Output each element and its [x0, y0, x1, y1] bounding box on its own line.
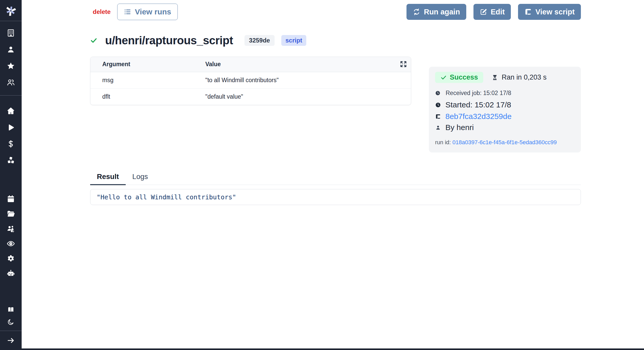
scroll-icon	[435, 114, 441, 119]
sidebar-item-groups[interactable]	[0, 221, 22, 236]
started-row: Started: 15:02 17/8	[435, 100, 575, 109]
users-gear-icon	[6, 224, 15, 233]
run-again-label: Run again	[424, 8, 460, 16]
sidebar-group-workspace	[0, 25, 22, 91]
eye-icon	[6, 239, 15, 248]
arrow-right-icon	[6, 336, 15, 345]
sidebar-item-favorites[interactable]	[0, 58, 22, 74]
run-id-link[interactable]: 018a0397-6c1e-f45a-6f1e-5edad360cc99	[452, 139, 557, 146]
sidebar-item-audit-logs[interactable]	[0, 236, 22, 251]
run-id-label: run id:	[435, 139, 451, 146]
result-tabs: Result Logs	[90, 173, 581, 185]
created-by-label: By henri	[445, 123, 474, 132]
sidebar-group-admin	[0, 191, 22, 281]
windmill-pinwheel-logo	[5, 5, 17, 16]
table-header-row: Argument Value	[90, 57, 411, 72]
expand-icon[interactable]	[400, 60, 407, 69]
view-runs-button[interactable]: View runs	[117, 4, 177, 20]
window-bottom-edge	[0, 348, 644, 350]
content-row: Argument Value msg "to all Windmill cont…	[90, 57, 581, 152]
arguments-table-card: Argument Value msg "to all Windmill cont…	[90, 57, 411, 105]
user-group-icon	[6, 78, 15, 87]
script-hash-link[interactable]: 8eb7fca32d3259de	[445, 112, 512, 121]
tab-logs[interactable]: Logs	[126, 173, 155, 185]
argument-value: "default value"	[193, 88, 411, 105]
received-label: Received job: 15:02 17/8	[446, 90, 511, 97]
column-header-value: Value	[193, 57, 411, 72]
started-label: Started: 15:02 17/8	[445, 100, 511, 109]
result-output: "Hello to all Windmill contributors"	[90, 189, 581, 205]
moon-icon	[7, 318, 15, 326]
book-icon	[7, 306, 15, 313]
sidebar-item-settings[interactable]	[0, 251, 22, 266]
topbar: delete View runs Run again	[90, 4, 581, 20]
sidebar	[0, 0, 22, 350]
created-by-row: By henri	[435, 123, 575, 132]
main-content: delete View runs Run again	[22, 0, 644, 350]
run-id-row: run id: 018a0397-6c1e-f45a-6f1e-5edad360…	[435, 139, 575, 146]
list-icon	[124, 8, 131, 16]
play-icon	[6, 123, 15, 132]
script-hash-badge: 3259de	[244, 35, 275, 46]
column-header-argument: Argument	[90, 57, 193, 72]
script-hash-row: 8eb7fca32d3259de	[435, 112, 575, 121]
run-again-button[interactable]: Run again	[406, 4, 466, 20]
sidebar-expand-button[interactable]	[0, 331, 22, 350]
job-status-card: Success Ran in 0,203 s Rec	[429, 67, 581, 152]
user-icon	[6, 45, 15, 54]
argument-name: dflt	[90, 88, 193, 105]
sidebar-item-runs[interactable]	[0, 119, 22, 136]
sidebar-item-docs[interactable]	[0, 303, 22, 316]
tab-result[interactable]: Result	[90, 173, 126, 185]
windmill-logo[interactable]	[0, 0, 22, 21]
duration: Ran in 0,203 s	[492, 73, 547, 81]
sidebar-item-schedules[interactable]	[0, 191, 22, 206]
success-check-icon	[90, 37, 97, 44]
home-icon	[6, 107, 15, 115]
sidebar-item-variables[interactable]	[0, 136, 22, 152]
duration-label: Ran in 0,203 s	[502, 73, 547, 81]
title-row: u/henri/rapturous_script 3259de script	[90, 34, 581, 47]
edit-label: Edit	[491, 8, 505, 16]
dollar-icon	[6, 140, 15, 148]
check-icon	[440, 74, 447, 81]
folder-open-icon	[6, 209, 15, 218]
user-icon	[435, 125, 441, 131]
sidebar-item-folders[interactable]	[0, 206, 22, 221]
sidebar-item-user[interactable]	[0, 41, 22, 58]
clock-icon	[435, 102, 441, 108]
sidebar-item-resources[interactable]	[0, 152, 22, 169]
view-runs-label: View runs	[135, 7, 171, 16]
status-label: Success	[450, 73, 478, 81]
status-badge: Success	[435, 72, 483, 83]
status-top-row: Success Ran in 0,203 s	[435, 72, 575, 83]
sidebar-divider	[0, 95, 22, 96]
sidebar-item-members[interactable]	[0, 74, 22, 91]
hourglass-icon	[492, 74, 498, 81]
delete-button[interactable]: delete	[93, 8, 111, 15]
clock-icon	[435, 90, 440, 96]
sidebar-item-workers[interactable]	[0, 266, 22, 281]
argument-name: msg	[90, 72, 193, 88]
page-title: u/henri/rapturous_script	[105, 34, 233, 47]
star-icon	[6, 62, 15, 70]
refresh-icon	[413, 8, 420, 16]
view-script-label: View script	[535, 8, 575, 16]
scroll-icon	[524, 8, 532, 16]
gear-icon	[6, 254, 15, 263]
dark-mode-toggle[interactable]	[0, 316, 22, 328]
view-script-button[interactable]: View script	[518, 4, 581, 20]
robot-icon	[6, 269, 15, 278]
building-icon	[6, 29, 15, 37]
edit-pencil-icon	[480, 8, 487, 16]
sidebar-item-workspace[interactable]	[0, 25, 22, 41]
topbar-actions: Run again Edit View script	[406, 4, 581, 20]
table-row: msg "to all Windmill contributors"	[90, 72, 411, 88]
cubes-icon	[6, 156, 15, 165]
sidebar-bottom	[0, 303, 22, 350]
calendar-icon	[6, 194, 15, 203]
argument-value: "to all Windmill contributors"	[193, 72, 411, 88]
sidebar-item-home[interactable]	[0, 103, 22, 119]
sidebar-group-main	[0, 103, 22, 169]
edit-button[interactable]: Edit	[473, 4, 511, 20]
